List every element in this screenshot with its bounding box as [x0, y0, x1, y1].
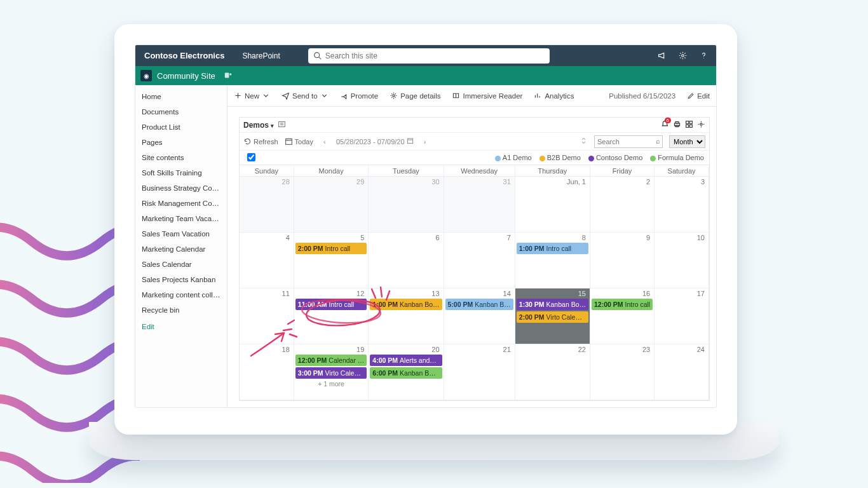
- view-select[interactable]: Month: [669, 135, 705, 148]
- notifications-button[interactable]: 6: [661, 120, 669, 130]
- cmd-send-to[interactable]: Send to: [281, 92, 329, 100]
- legend-item[interactable]: Contoso Demo: [588, 154, 642, 161]
- expand-icon[interactable]: [580, 137, 588, 146]
- date-number: 19: [356, 346, 364, 353]
- calendar-cell[interactable]: 8 1:00 PMIntro call: [515, 233, 590, 288]
- today-button[interactable]: Today: [285, 137, 313, 146]
- svg-rect-17: [407, 139, 412, 144]
- calendar-cell[interactable]: 19 12:00 PMCalendar … 3:00 PMVirto Cale……: [294, 344, 369, 400]
- megaphone-icon[interactable]: [657, 51, 667, 60]
- calendar-card: Demos▾ 6: [239, 117, 710, 401]
- nav-documents[interactable]: Documents: [135, 104, 227, 119]
- calendar-search: ⌕: [594, 135, 663, 148]
- legend-item[interactable]: Formula Demo: [650, 154, 704, 161]
- site-title[interactable]: Community Site: [157, 71, 215, 81]
- site-logo-icon: ◉: [140, 70, 152, 81]
- day-header: Sunday: [240, 165, 294, 177]
- event-kanban[interactable]: 1:00 PMKanban Bo…: [370, 299, 442, 310]
- event-intro-call[interactable]: 12:00 PMIntro call: [592, 299, 653, 310]
- nav-recycle-bin[interactable]: Recycle bin: [135, 302, 227, 318]
- nav-pages[interactable]: Pages: [135, 135, 227, 150]
- event-alerts[interactable]: 4:00 PMAlerts and…: [370, 355, 442, 366]
- svg-point-15: [700, 123, 702, 125]
- nav-edit-link[interactable]: Edit: [135, 318, 227, 336]
- nav-business-strategy[interactable]: Business Strategy Cours…: [135, 180, 227, 196]
- gear-icon[interactable]: [678, 51, 688, 60]
- calendar-cell[interactable]: 12 11:00 AMIntro call: [294, 288, 369, 344]
- cmd-immersive-reader[interactable]: Immersive Reader: [452, 92, 522, 100]
- legend-item[interactable]: B2B Demo: [539, 154, 581, 161]
- calendar-icon: [285, 137, 293, 146]
- nav-product-list[interactable]: Product List: [135, 119, 227, 135]
- nav-marketing-calendar[interactable]: Marketing Calendar: [135, 241, 227, 257]
- date-number: 14: [503, 290, 511, 297]
- nav-sales-calendar[interactable]: Sales Calendar: [135, 257, 227, 272]
- next-button[interactable]: ›: [420, 138, 430, 146]
- settings-icon[interactable]: [697, 120, 705, 130]
- event-intro-call-highlighted[interactable]: 11:00 AMIntro call: [295, 299, 367, 310]
- svg-point-2: [682, 55, 684, 57]
- event-virto-cal[interactable]: 2:00 PMVirto Cale…: [517, 311, 588, 323]
- search-input[interactable]: [325, 51, 545, 60]
- date-range[interactable]: 05/28/2023 - 07/09/20: [336, 137, 414, 146]
- calendar-cell[interactable]: 16 12:00 PMIntro call: [590, 288, 654, 344]
- date-number: 23: [642, 346, 650, 353]
- search-icon[interactable]: ⌕: [656, 137, 660, 145]
- date-number: 11: [282, 290, 290, 297]
- more-events-link[interactable]: + 1 more: [295, 380, 367, 388]
- nav-soft-skills[interactable]: Soft Skills Training: [135, 165, 227, 180]
- svg-line-1: [319, 57, 321, 59]
- day-header: Wednesday: [444, 165, 515, 177]
- calendar-cell[interactable]: 20 4:00 PMAlerts and… 6:00 PMKanban B…: [369, 344, 444, 400]
- bell-badge-count: 6: [665, 118, 671, 123]
- day-header: Thursday: [515, 165, 590, 177]
- event-kanban[interactable]: 6:00 PMKanban B…: [370, 367, 442, 379]
- calendar-cell-selected[interactable]: 15 1:30 PMKanban Bo… 2:00 PMVirto Cale…: [515, 288, 590, 344]
- nav-risk-management[interactable]: Risk Management Cour…: [135, 196, 227, 211]
- command-bar: New Send to Promote Page details: [227, 85, 716, 107]
- svg-point-6: [393, 95, 395, 97]
- date-number: 12: [356, 290, 364, 297]
- event-kanban[interactable]: 5:00 PMKanban B…: [445, 299, 513, 310]
- teams-icon[interactable]: [224, 71, 233, 80]
- calendar-icon: [407, 137, 414, 144]
- calendar-cell[interactable]: 5 2:00 PMIntro call: [294, 233, 369, 288]
- cmd-edit[interactable]: Edit: [687, 92, 710, 100]
- nav-marketing-vacation[interactable]: Marketing Team Vacation: [135, 211, 227, 226]
- date-number: 28: [282, 178, 290, 186]
- nav-marketing-content[interactable]: Marketing content colle…: [135, 287, 227, 302]
- calendar-cell[interactable]: 13 1:00 PMKanban Bo…: [369, 288, 444, 344]
- nav-sales-kanban[interactable]: Sales Projects Kanban: [135, 272, 227, 287]
- search-box[interactable]: [308, 48, 550, 64]
- print-icon[interactable]: [673, 120, 681, 130]
- help-icon[interactable]: [699, 51, 709, 60]
- date-number: 18: [282, 346, 290, 353]
- legend-item[interactable]: A1 Demo: [495, 154, 532, 161]
- event-kanban[interactable]: 1:30 PMKanban Bo…: [517, 299, 588, 310]
- event-intro-call[interactable]: 2:00 PMIntro call: [295, 243, 367, 254]
- calendar-header: Demos▾ 6: [240, 118, 709, 133]
- event-intro-call[interactable]: 1:00 PMIntro call: [517, 243, 588, 254]
- refresh-button[interactable]: Refresh: [243, 137, 278, 146]
- calendar-title[interactable]: Demos▾: [243, 121, 274, 130]
- cmd-new[interactable]: New: [234, 92, 270, 100]
- laptop-frame: Contoso Electronics SharePoint: [114, 24, 737, 435]
- app-label[interactable]: SharePoint: [233, 51, 288, 60]
- grid-icon[interactable]: [685, 120, 693, 130]
- edit-webpart-icon[interactable]: [278, 120, 286, 130]
- calendar-cell[interactable]: 14 5:00 PMKanban B…: [444, 288, 515, 344]
- svg-rect-9: [675, 121, 679, 123]
- prev-button[interactable]: ‹: [320, 138, 330, 146]
- cmd-analytics[interactable]: Analytics: [534, 92, 574, 100]
- calendar-toolbar: Refresh Today ‹ 05/28/2023 - 07/09/20: [240, 133, 709, 151]
- legend-checkbox[interactable]: [247, 153, 255, 163]
- chevron-down-icon: [262, 92, 270, 100]
- event-virto-cal[interactable]: 3:00 PMVirto Cale…: [295, 367, 367, 379]
- nav-home[interactable]: Home: [135, 89, 227, 104]
- cmd-page-details[interactable]: Page details: [390, 92, 440, 100]
- nav-site-contents[interactable]: Site contents: [135, 150, 227, 165]
- calendar-search-input[interactable]: [594, 135, 663, 148]
- nav-sales-vacation[interactable]: Sales Team Vacation: [135, 226, 227, 241]
- cmd-promote[interactable]: Promote: [340, 92, 378, 100]
- event-calendar[interactable]: 12:00 PMCalendar …: [295, 355, 367, 366]
